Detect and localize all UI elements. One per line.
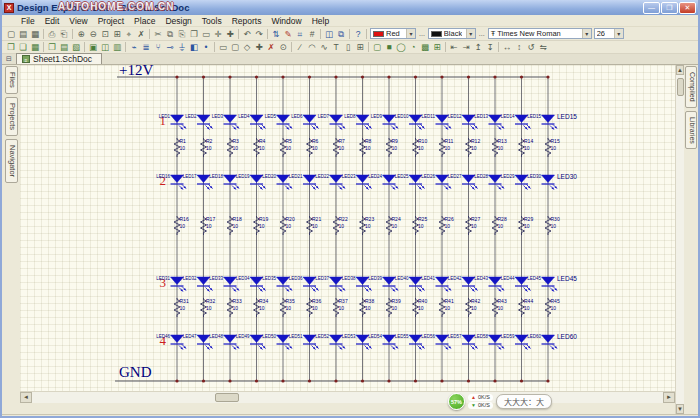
- led-symbol[interactable]: [356, 115, 369, 123]
- led-symbol[interactable]: [436, 175, 449, 183]
- print-preview-icon[interactable]: ⎗: [58, 28, 70, 40]
- clear-filter-icon[interactable]: ✗: [135, 28, 147, 40]
- menu-edit[interactable]: Edit: [40, 16, 65, 26]
- filter-icon[interactable]: ⇅: [270, 28, 282, 40]
- distribute-horizontal-icon[interactable]: ↔: [501, 41, 513, 53]
- menu-reports[interactable]: Reports: [227, 16, 267, 26]
- draw-round-rect-icon[interactable]: ▢: [371, 41, 383, 53]
- led-symbol[interactable]: [383, 335, 396, 343]
- led-symbol[interactable]: [224, 335, 237, 343]
- zoom-document-icon[interactable]: ⊞: [111, 28, 123, 40]
- tile-windows-icon[interactable]: ◫: [323, 28, 335, 40]
- help-icon[interactable]: ?: [352, 28, 364, 40]
- led-symbol[interactable]: [197, 277, 210, 285]
- place-part-icon[interactable]: ◧: [188, 41, 200, 53]
- led-symbol[interactable]: [356, 175, 369, 183]
- led-symbol[interactable]: [383, 277, 396, 285]
- scroll-down-icon[interactable]: ▼: [676, 404, 684, 414]
- font-name-select[interactable]: ŦTimes New Roman▾: [488, 28, 592, 39]
- dropdown-arrow-icon[interactable]: ▾: [614, 29, 623, 38]
- led-symbol[interactable]: [383, 175, 396, 183]
- panel-toggle-icon[interactable]: ⊟: [2, 54, 16, 64]
- align-right-icon[interactable]: ⇥: [460, 41, 472, 53]
- led-symbol[interactable]: [409, 277, 422, 285]
- place-net-label-icon[interactable]: ⊸: [164, 41, 176, 53]
- select-area-icon[interactable]: ▭: [200, 28, 212, 40]
- draw-bezier-icon[interactable]: ∿: [318, 41, 330, 53]
- led-symbol[interactable]: [250, 175, 263, 183]
- dropdown-arrow-icon[interactable]: ▾: [466, 29, 475, 38]
- place-junction-icon[interactable]: •: [200, 41, 212, 53]
- library-icon[interactable]: ▣: [87, 41, 99, 53]
- led-symbol[interactable]: [515, 335, 528, 343]
- grid-cycle-icon[interactable]: #: [306, 28, 318, 40]
- draw-ellipse-icon[interactable]: ◯: [395, 41, 407, 53]
- save-all-icon[interactable]: ▦: [29, 41, 41, 53]
- led-symbol[interactable]: [171, 335, 184, 343]
- new-document-icon[interactable]: ▢: [5, 28, 17, 40]
- led-symbol[interactable]: [515, 175, 528, 183]
- led-symbol[interactable]: [462, 175, 475, 183]
- more-colors-button[interactable]: ...: [417, 30, 427, 37]
- print-icon[interactable]: ⎙: [46, 28, 58, 40]
- add-document-icon[interactable]: ❏: [17, 41, 29, 53]
- led-symbol[interactable]: [277, 115, 290, 123]
- panel-tab-projects[interactable]: Projects: [5, 97, 18, 136]
- led-symbol[interactable]: [171, 277, 184, 285]
- led-symbol[interactable]: [330, 335, 343, 343]
- mirror-icon[interactable]: ⇋: [537, 41, 549, 53]
- place-power-port-icon[interactable]: ⏚: [176, 41, 188, 53]
- fill-color-select[interactable]: Black▾: [428, 28, 476, 39]
- draw-line-icon[interactable]: ∕: [294, 41, 306, 53]
- vertical-scroll-thumb[interactable]: [677, 78, 684, 96]
- panel-tab-files[interactable]: Files: [5, 66, 18, 94]
- led-symbol[interactable]: [515, 115, 528, 123]
- led-symbol[interactable]: [356, 277, 369, 285]
- led-symbol[interactable]: [542, 175, 555, 183]
- tab-sheet1[interactable]: ≡ Sheet1.SchDoc: [16, 53, 102, 64]
- place-cross-icon[interactable]: ✚: [253, 41, 265, 53]
- place-text-frame-icon[interactable]: ▯: [342, 41, 354, 53]
- led-symbol[interactable]: [462, 335, 475, 343]
- led-symbol[interactable]: [224, 175, 237, 183]
- cut-icon[interactable]: ✂: [152, 28, 164, 40]
- led-symbol[interactable]: [489, 175, 502, 183]
- annotate-icon[interactable]: ✎: [282, 28, 294, 40]
- draw-arc-icon[interactable]: ◠: [306, 41, 318, 53]
- led-symbol[interactable]: [277, 175, 290, 183]
- zoom-in-icon[interactable]: ⊕: [75, 28, 87, 40]
- menu-place[interactable]: Place: [129, 16, 160, 26]
- led-symbol[interactable]: [330, 175, 343, 183]
- align-left-icon[interactable]: ⇤: [448, 41, 460, 53]
- led-symbol[interactable]: [303, 335, 316, 343]
- scroll-up-icon[interactable]: ▲: [676, 65, 684, 75]
- scroll-left-icon[interactable]: ◄: [20, 392, 32, 403]
- save-icon[interactable]: ▦: [29, 28, 41, 40]
- dropdown-arrow-icon[interactable]: ▾: [406, 29, 415, 38]
- error-markers-icon[interactable]: ⌗: [294, 28, 306, 40]
- browse-components-icon[interactable]: ◫: [99, 41, 111, 53]
- led-symbol[interactable]: [489, 335, 502, 343]
- place-wire-icon[interactable]: ⌁: [128, 41, 140, 53]
- menu-design[interactable]: Design: [160, 16, 196, 26]
- dropdown-arrow-icon[interactable]: ▾: [582, 29, 591, 38]
- led-symbol[interactable]: [489, 115, 502, 123]
- led-symbol[interactable]: [303, 175, 316, 183]
- cascade-windows-icon[interactable]: ⧉: [335, 28, 347, 40]
- vertical-scrollbar[interactable]: ▲ ▼: [675, 65, 684, 414]
- filter-panel-icon[interactable]: ▥: [111, 41, 123, 53]
- zoom-out-icon[interactable]: ⊖: [87, 28, 99, 40]
- led-symbol[interactable]: [462, 277, 475, 285]
- menu-project[interactable]: Project: [93, 16, 129, 26]
- copy-icon[interactable]: ⧉: [164, 28, 176, 40]
- rotate-icon[interactable]: ↺: [525, 41, 537, 53]
- led-symbol[interactable]: [542, 115, 555, 123]
- rubber-stamp-icon[interactable]: ❐: [188, 28, 200, 40]
- led-symbol[interactable]: [542, 277, 555, 285]
- align-bottom-icon[interactable]: ↧: [484, 41, 496, 53]
- led-symbol[interactable]: [250, 115, 263, 123]
- led-symbol[interactable]: [515, 277, 528, 285]
- open-project-icon[interactable]: ❒: [5, 41, 17, 53]
- font-size-select[interactable]: 26▾: [594, 28, 624, 39]
- place-bus-icon[interactable]: ≣: [140, 41, 152, 53]
